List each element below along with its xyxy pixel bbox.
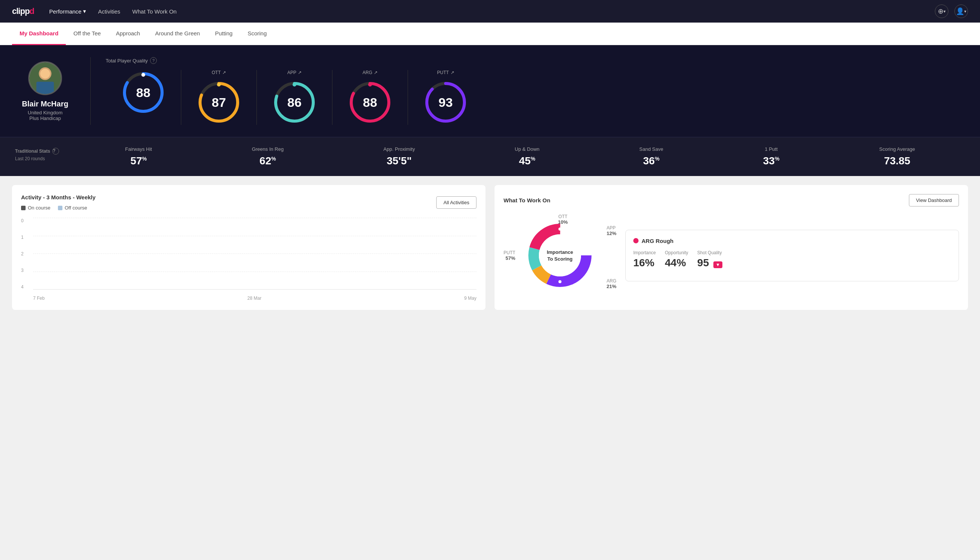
arg-value: 88 (363, 95, 377, 110)
all-activities-button[interactable]: All Activities (436, 196, 476, 209)
ott-circle: 87 (196, 80, 241, 125)
chevron-down-icon: ▾ (964, 9, 967, 14)
legend-on-course: On course (21, 205, 50, 211)
arrow-up-icon: ↗ (451, 70, 454, 75)
divider (90, 57, 91, 125)
opportunity-metric: Opportunity 44% (665, 250, 688, 269)
info-card-title: ARG Rough (633, 238, 951, 244)
app-donut-label: APP 12% (607, 225, 616, 236)
tab-off-the-tee[interactable]: Off the Tee (66, 23, 108, 45)
svg-point-12 (293, 83, 296, 87)
traditional-stats-label: Traditional Stats ? Last 20 rounds (15, 146, 75, 161)
score-card-arg: ARG ↗ 88 (333, 70, 408, 125)
red-circle-icon (633, 238, 639, 243)
donut-panel: PUTT 57% OTT 10% APP 12% ARG 21% (504, 214, 959, 297)
app-label: APP ↗ (287, 70, 301, 75)
arg-circle: 88 (348, 80, 393, 125)
player-info: Blair McHarg United Kingdom Plus Handica… (15, 61, 75, 121)
overall-circle: 88 (121, 70, 166, 115)
arg-donut-label: ARG 21% (607, 278, 616, 289)
top-nav-right: ⊕ ▾ 👤 ▾ (935, 5, 968, 18)
stat-scoring-average: Scoring Average 73.85 (879, 146, 915, 167)
svg-point-25 (559, 228, 561, 230)
sub-nav: My Dashboard Off the Tee Approach Around… (0, 23, 980, 45)
svg-text:To Scoring: To Scoring (547, 256, 573, 262)
add-button[interactable]: ⊕ ▾ (935, 5, 948, 18)
svg-point-3 (40, 68, 50, 78)
bottom-panels: Activity - 3 Months - Weekly On course O… (0, 176, 980, 319)
app-circle: 86 (272, 80, 317, 125)
activity-chart-panel: Activity - 3 Months - Weekly On course O… (12, 185, 486, 310)
chart-legend: On course Off course (21, 205, 95, 211)
svg-point-15 (368, 83, 372, 87)
stats-bar: Traditional Stats ? Last 20 rounds Fairw… (0, 137, 980, 176)
svg-point-26 (559, 280, 561, 283)
donut-svg: Importance To Scoring (526, 222, 594, 289)
scores-area: Total Player Quality ? 88 OTT (106, 57, 965, 125)
arrow-up-icon: ↗ (222, 70, 226, 75)
svg-text:Importance: Importance (547, 249, 573, 255)
logo[interactable]: clippd (12, 7, 34, 16)
wtwon-header: What To Work On View Dashboard (504, 194, 959, 207)
stat-1-putt: 1 Putt 33% (763, 146, 780, 167)
putt-circle: 93 (423, 80, 468, 125)
info-metrics: Importance 16% Opportunity 44% Shot Qual… (633, 250, 951, 269)
svg-point-6 (141, 73, 145, 77)
player-handicap: Plus Handicap (29, 115, 61, 121)
top-nav-links: Performance ▾ Activities What To Work On (49, 8, 935, 15)
chart-y-labels: 4 3 2 1 0 (21, 218, 30, 290)
stat-sand-save: Sand Save 36% (639, 146, 663, 167)
stat-greens-in-reg: Greens In Reg 62% (252, 146, 284, 167)
ott-value: 87 (212, 95, 226, 110)
tab-my-dashboard[interactable]: My Dashboard (12, 23, 66, 45)
tab-approach[interactable]: Approach (108, 23, 147, 45)
tab-around-the-green[interactable]: Around the Green (147, 23, 207, 45)
activity-chart-title: Activity - 3 Months - Weekly (21, 194, 95, 200)
what-to-work-on-panel: What To Work On View Dashboard PUTT 57% … (494, 185, 968, 310)
donut-area: PUTT 57% OTT 10% APP 12% ARG 21% (504, 214, 616, 297)
chart-bars-wrap (33, 218, 476, 290)
legend-off-course: Off course (58, 205, 87, 211)
help-icon[interactable]: ? (52, 148, 59, 155)
score-card-ott: OTT ↗ 87 (181, 70, 257, 125)
nav-activities[interactable]: Activities (98, 8, 120, 15)
nav-performance[interactable]: Performance ▾ (49, 8, 86, 15)
view-dashboard-button[interactable]: View Dashboard (909, 194, 959, 207)
score-cards: 88 OTT ↗ 87 (106, 70, 965, 125)
arg-label: ARG ↗ (363, 70, 378, 75)
svg-point-22 (539, 234, 581, 277)
total-player-quality-label: Total Player Quality ? (106, 57, 965, 64)
down-badge: ▼ (714, 262, 722, 268)
player-country: United Kingdom (28, 110, 63, 115)
activity-chart-area: 4 3 2 1 0 7 Feb 28 Mar 9 May (21, 218, 476, 301)
score-card-overall: 88 (106, 70, 181, 125)
off-course-dot (58, 206, 62, 210)
chevron-down-icon: ▾ (83, 8, 86, 15)
tab-putting[interactable]: Putting (208, 23, 240, 45)
tab-scoring[interactable]: Scoring (240, 23, 274, 45)
putt-label: PUTT ↗ (437, 70, 454, 75)
score-card-app: APP ↗ 86 (257, 70, 333, 125)
importance-metric: Importance 16% (633, 250, 656, 269)
arrow-up-icon: ↗ (374, 70, 378, 75)
user-menu-button[interactable]: 👤 ▾ (954, 5, 968, 18)
chart-x-labels: 7 Feb 28 Mar 9 May (33, 296, 476, 301)
on-course-dot (21, 206, 26, 210)
nav-what-to-work-on[interactable]: What To Work On (132, 8, 177, 15)
player-name: Blair McHarg (22, 100, 68, 108)
putt-donut-label: PUTT 57% (504, 250, 515, 261)
shot-quality-metric: Shot Quality 95 ▼ (697, 250, 722, 269)
avatar (28, 61, 62, 95)
app-value: 86 (287, 95, 301, 110)
score-card-putt: PUTT ↗ 93 (408, 70, 483, 125)
svg-point-9 (217, 83, 221, 87)
plus-icon: ⊕ (938, 7, 943, 15)
overall-value: 88 (136, 85, 150, 100)
stat-items: Fairways Hit 57% Greens In Reg 62% App. … (75, 146, 965, 167)
stat-up-down: Up & Down 45% (515, 146, 540, 167)
svg-rect-2 (37, 82, 54, 94)
top-nav: clippd Performance ▾ Activities What To … (0, 0, 980, 23)
stat-app-proximity: App. Proximity 35'5" (384, 146, 415, 167)
help-icon[interactable]: ? (150, 57, 157, 64)
arrow-up-icon: ↗ (298, 70, 301, 75)
